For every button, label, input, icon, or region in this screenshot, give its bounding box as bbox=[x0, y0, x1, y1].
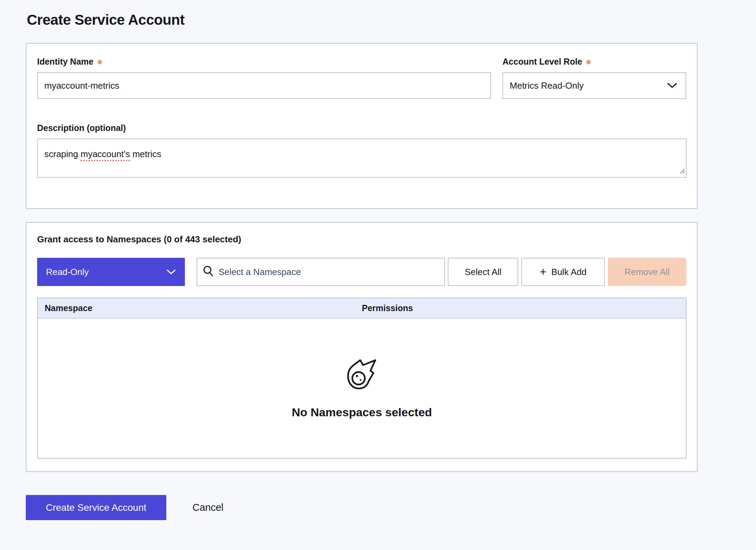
namespaces-table-body: No Namespaces selected bbox=[38, 319, 686, 458]
identity-name-input[interactable] bbox=[37, 72, 491, 99]
role-dropdown-button[interactable]: Read-Only bbox=[37, 258, 185, 286]
column-header-namespace: Namespace bbox=[38, 303, 362, 313]
namespace-search-input[interactable] bbox=[219, 258, 439, 285]
namespace-search bbox=[197, 258, 445, 286]
account-level-role-value: Metrics Read-Only bbox=[510, 80, 583, 91]
description-label: Description (optional) bbox=[37, 123, 686, 133]
account-level-role-select[interactable]: Metrics Read-Only bbox=[502, 72, 686, 99]
role-dropdown-value: Read-Only bbox=[46, 267, 89, 277]
chevron-down-icon bbox=[166, 269, 176, 275]
identity-name-label-text: Identity Name bbox=[37, 57, 93, 67]
required-dot-icon bbox=[98, 60, 102, 64]
identity-form-card: Identity Name Account Level Role Metrics… bbox=[26, 43, 698, 209]
comet-icon bbox=[346, 358, 377, 392]
account-level-role-label-text: Account Level Role bbox=[502, 57, 582, 67]
description-text: metrics bbox=[130, 149, 161, 159]
search-icon bbox=[203, 265, 214, 278]
create-service-account-button[interactable]: Create Service Account bbox=[26, 495, 166, 520]
namespaces-table-header: Namespace Permissions bbox=[38, 298, 686, 319]
namespaces-heading: Grant access to Namespaces (0 of 443 sel… bbox=[37, 234, 686, 245]
account-level-role-label: Account Level Role bbox=[502, 57, 686, 67]
bulk-add-button[interactable]: + Bulk Add bbox=[521, 258, 605, 286]
textarea-resize-handle-icon[interactable] bbox=[679, 165, 685, 176]
description-text-misspelled: myaccount's bbox=[81, 149, 130, 159]
select-all-button[interactable]: Select All bbox=[448, 258, 518, 286]
chevron-down-icon bbox=[667, 82, 677, 89]
description-textarea[interactable]: scraping myaccount's metrics bbox=[37, 139, 687, 178]
required-dot-icon bbox=[586, 60, 591, 64]
description-text: scraping bbox=[44, 149, 81, 159]
empty-state-message: No Namespaces selected bbox=[292, 406, 432, 419]
namespaces-card: Grant access to Namespaces (0 of 443 sel… bbox=[26, 222, 698, 472]
namespaces-table: Namespace Permissions No Namespaces sele… bbox=[37, 298, 687, 459]
footer-actions: Create Service Account Cancel bbox=[26, 495, 227, 520]
page-title: Create Service Account bbox=[27, 12, 185, 28]
column-header-permissions: Permissions bbox=[362, 303, 686, 313]
empty-state: No Namespaces selected bbox=[292, 358, 432, 419]
identity-name-label: Identity Name bbox=[37, 57, 491, 67]
remove-all-button[interactable]: Remove All bbox=[608, 258, 686, 286]
description-label-text: Description (optional) bbox=[37, 123, 126, 133]
cancel-button[interactable]: Cancel bbox=[189, 495, 227, 520]
bulk-add-label: Bulk Add bbox=[551, 267, 587, 277]
